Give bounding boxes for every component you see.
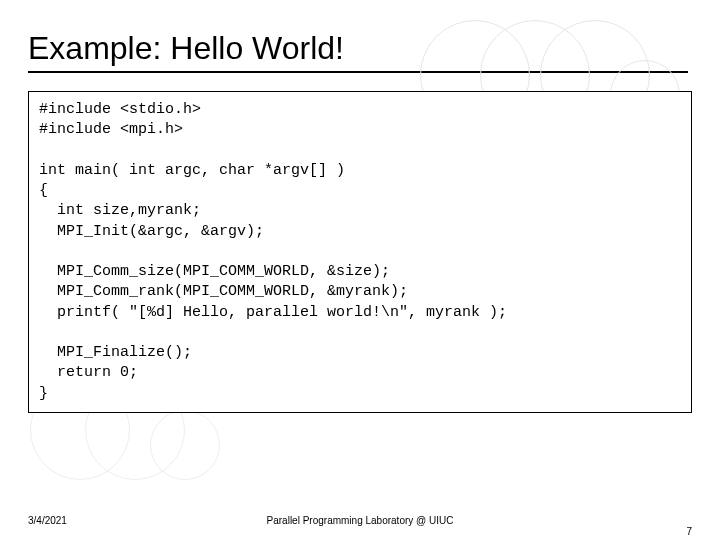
- footer-page-number: 7: [686, 526, 692, 537]
- footer-date: 3/4/2021: [28, 515, 67, 526]
- code-block: #include <stdio.h> #include <mpi.h> int …: [28, 91, 692, 413]
- title-underline: [28, 71, 688, 73]
- slide-title: Example: Hello World!: [28, 30, 720, 67]
- slide-footer: 3/4/2021 Parallel Programming Laboratory…: [0, 515, 720, 526]
- footer-center: Parallel Programming Laboratory @ UIUC: [28, 515, 692, 526]
